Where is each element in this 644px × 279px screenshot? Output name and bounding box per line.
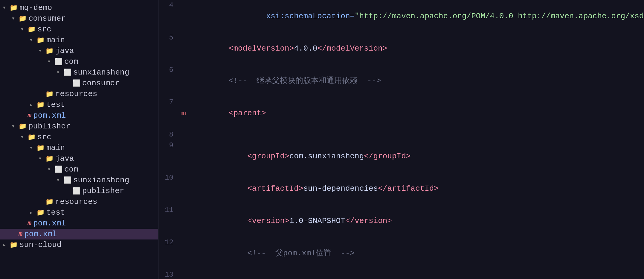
folder-icon-test-publisher: 📁 [36,209,45,217]
label-resources-consumer: resources [55,90,97,98]
folder-icon-main-publisher: 📁 [36,144,45,152]
code-line-7: 7 m↑ <parent> [158,97,644,129]
class-icon-consumer: ⬜ [72,79,80,87]
tree-com-consumer[interactable]: ▼ ⬜ com [0,56,158,67]
tag-groupid-close: </groupId> [364,152,410,161]
code-line-12: 12 <!-- 父pom.xml位置 --> [158,237,644,269]
tag-modelversion-open: <modelVersion> [229,44,294,53]
label-mq-demo: mq-demo [19,3,52,12]
label-consumer-class: consumer [82,79,120,88]
text-modelversion: 4.0.0 [294,44,317,53]
file-tree[interactable]: ▼ 📁 mq-demo ▼ 📁 consumer ▼ 📁 src ▼ 📁 mai… [0,0,158,279]
arrow-main-publisher: ▼ [30,145,36,150]
arrow-consumer: ▼ [12,16,19,21]
tag-groupid-open: <groupId> [247,152,289,161]
label-publisher-class: publisher [82,186,124,195]
arrow-java-consumer: ▼ [39,48,45,53]
arrow-sun-cloud: ▶ [3,242,10,248]
folder-icon-consumer: 📁 [19,15,27,23]
label-pom-consumer: pom.xml [33,111,66,120]
code-line-11: 11 <version>1.0-SNAPSHOT</version> [158,205,644,237]
tree-src-publisher[interactable]: ▼ 📁 src [0,132,158,142]
tree-src-consumer[interactable]: ▼ 📁 src [0,24,158,35]
tree-test-consumer[interactable]: ▶ 📁 test [0,99,158,110]
tree-publisher-class[interactable]: ⬜ publisher [0,186,158,196]
package-icon-com-consumer: ⬜ [54,58,62,66]
tag-artifactid-parent-close: </artifactId> [378,184,439,193]
label-java-consumer: java [55,46,74,55]
tree-consumer-class[interactable]: ⬜ consumer [0,78,158,89]
gutter-11 [179,205,188,237]
folder-icon-java-publisher: 📁 [45,155,54,163]
gutter-6 [179,65,188,97]
attr-xsi: xsi:schemaLocation= [229,12,355,21]
arrow-sunxiansheng-publisher: ▼ [57,178,63,183]
folder-icon-main-consumer: 📁 [36,36,45,44]
line-content-11: <version>1.0-SNAPSHOT</version> [188,205,644,237]
line-num-11: 11 [158,205,179,237]
folder-icon-publisher: 📁 [19,122,27,131]
label-pom-root: pom.xml [24,230,57,239]
line-num-12: 12 [158,237,179,269]
arrow-mq-demo: ▼ [3,5,10,10]
tree-resources-publisher[interactable]: 📁 resources [0,196,158,207]
gutter-10 [179,172,188,205]
editor-content: 4 xsi:schemaLocation="http://maven.apach… [158,0,644,279]
code-line-10: 10 <artifactId>sun-dependencies</artifac… [158,172,644,205]
arrow-src-consumer: ▼ [21,27,28,32]
tree-main-publisher[interactable]: ▼ 📁 main [0,142,158,153]
tree-test-publisher[interactable]: ▶ 📁 test [0,207,158,218]
tree-sunxiansheng-publisher[interactable]: ▼ ⬜ sunxiansheng [0,175,158,186]
comment-6: <!-- 继承父模块的版本和通用依赖 --> [229,76,381,85]
tree-mq-demo[interactable]: ▼ 📁 mq-demo [0,2,158,13]
label-src-consumer: src [37,25,51,34]
line-content-6: <!-- 继承父模块的版本和通用依赖 --> [188,65,644,97]
tree-consumer[interactable]: ▼ 📁 consumer [0,13,158,24]
tree-sun-cloud[interactable]: ▶ 📁 sun-cloud [0,239,158,250]
label-resources-publisher: resources [55,197,97,206]
gutter-9 [179,140,188,172]
line-num-13: 13 [158,269,179,279]
tree-publisher[interactable]: ▼ 📁 publisher [0,121,158,132]
arrow-main-consumer: ▼ [30,38,36,43]
folder-icon-resources-publisher: 📁 [45,198,54,206]
line-num-10: 10 [158,172,179,205]
label-test-consumer: test [46,100,65,109]
tree-resources-consumer[interactable]: 📁 resources [0,89,158,99]
tag-version-close: </version> [345,216,392,225]
tree-java-consumer[interactable]: ▼ 📁 java [0,46,158,56]
line-content-9: <groupId>com.sunxiansheng</groupId> [188,140,644,172]
tree-com-publisher[interactable]: ▼ ⬜ com [0,164,158,175]
package-icon-sunxiansheng-publisher: ⬜ [63,176,71,184]
code-line-13: 13 <relativePath/> [158,269,644,279]
line-num-8: 8 [158,129,179,140]
tag-modelversion-close: </modelVersion> [317,44,387,53]
tree-java-publisher[interactable]: ▼ 📁 java [0,153,158,164]
gutter-12 [179,237,188,269]
tree-main-consumer[interactable]: ▼ 📁 main [0,35,158,46]
line-num-9: 9 [158,140,179,172]
line-content-7: <parent> [188,97,644,129]
line-num-6: 6 [158,65,179,97]
arrow-sunxiansheng-consumer: ▼ [57,70,63,75]
tree-pom-publisher[interactable]: m pom.xml [0,218,158,229]
label-sunxiansheng-publisher: sunxiansheng [73,176,129,185]
folder-icon-sun-cloud: 📁 [10,241,18,249]
line-content-13: <relativePath/> [188,269,644,279]
maven-icon-pom-consumer: m [28,112,31,119]
label-sunxiansheng-consumer: sunxiansheng [73,68,129,77]
arrow-test-consumer: ▶ [30,102,36,107]
label-main-publisher: main [46,143,65,152]
maven-icon-pom-publisher: m [28,220,31,227]
tree-pom-consumer[interactable]: m pom.xml [0,110,158,121]
tree-pom-root[interactable]: m pom.xml [0,229,158,239]
gutter-7: m↑ [179,97,188,129]
text-version: 1.0-SNAPSHOT [289,216,345,225]
tree-sunxiansheng-consumer[interactable]: ▼ ⬜ sunxiansheng [0,67,158,78]
gutter-13 [179,269,188,279]
line-content-5: <modelVersion>4.0.0</modelVersion> [188,32,644,65]
folder-icon-test-consumer: 📁 [36,101,45,109]
folder-icon-resources-consumer: 📁 [45,90,54,98]
label-consumer: consumer [28,14,66,23]
val-schema: "http://maven.apache.org/POM/4.0.0 http:… [355,12,644,21]
